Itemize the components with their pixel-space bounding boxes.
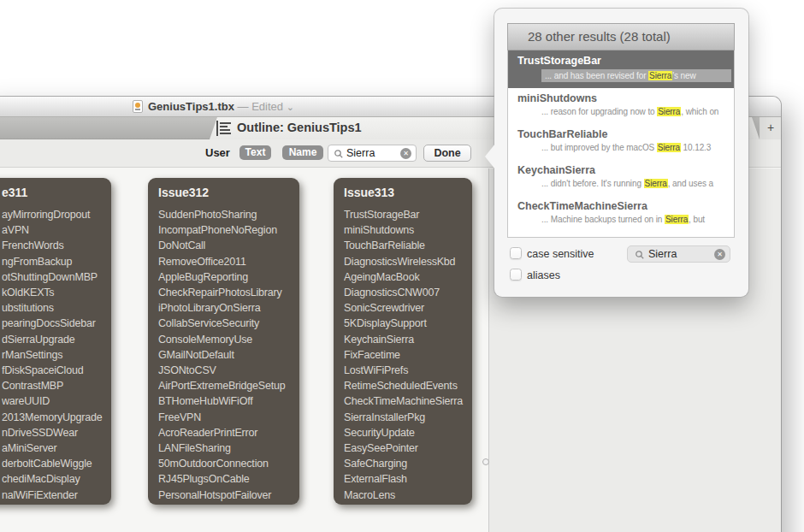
user-label[interactable]: User [205, 146, 230, 159]
outline-item[interactable]: JSONtoCSV [158, 363, 296, 378]
outline-item[interactable]: SafeCharging [344, 456, 469, 471]
outline-item[interactable]: SierraInstallerPkg [344, 410, 469, 425]
outline-item[interactable]: AgeingMacBook [344, 269, 469, 285]
outline-item[interactable]: nalWiFiExtender [2, 488, 108, 503]
results-summary-header: 28 other results (28 total) [507, 23, 735, 50]
outline-item[interactable]: AirPortExtremeBridgeSetup [158, 378, 296, 393]
result-title: CheckTimeMachineSierra [508, 200, 734, 212]
outline-item[interactable]: EasySeePointer [344, 440, 469, 456]
result-snippet: ... reason for upgrading now to Sierra, … [541, 107, 732, 116]
outline-item[interactable]: FixFacetime [344, 347, 469, 363]
aliases-checkbox[interactable] [510, 269, 522, 281]
result-title: TrustStorageBar [508, 55, 734, 67]
snippet-match: Sierra [657, 143, 681, 152]
window-title: GeniusTips1.tbx — Edited ⌄ [148, 100, 294, 113]
outline-column-issue312: Issue312 SuddenPhotoSharing IncompatPhon… [148, 178, 299, 505]
outline-item[interactable]: dSierraUpgrade [2, 332, 108, 347]
outline-column-header[interactable]: Issue312 [158, 186, 296, 199]
outline-item[interactable]: ngFromBackup [2, 254, 108, 269]
outline-item[interactable]: ubstitutions [2, 300, 108, 316]
outline-item[interactable]: pearingDocsSidebar [2, 316, 108, 331]
outline-item[interactable]: GMailNotDefault [158, 347, 296, 363]
outline-item[interactable]: fDiskSpaceiCloud [2, 363, 108, 378]
snippet-match: Sierra [665, 215, 689, 224]
outline-item[interactable]: 50mOutdoorConnection [158, 456, 296, 471]
outline-item[interactable]: iPhotoLibraryOnSierra [158, 300, 296, 316]
outline-item[interactable]: RJ45PlugsOnCable [158, 471, 296, 487]
outline-item[interactable]: FreeVPN [158, 410, 296, 425]
result-snippet: ... Machine backups turned on in Sierra,… [541, 215, 732, 224]
outline-item[interactable]: 5KDisplaySupport [344, 316, 469, 331]
outline-item[interactable]: LostWiFiPrefs [344, 363, 469, 378]
search-result-row[interactable]: TouchBarReliable ... but improved by the… [508, 124, 734, 160]
search-result-row[interactable]: CheckTimeMachineSierra ... Machine backu… [508, 196, 734, 232]
outline-item[interactable]: AppleBugReporting [158, 269, 296, 285]
outline-item[interactable]: CheckRepairPhotosLibrary [158, 285, 296, 300]
outline-item[interactable]: DoNotCall [158, 238, 296, 253]
search-result-row[interactable]: miniShutdowns ... reason for upgrading n… [508, 88, 734, 124]
outline-item[interactable]: kOldKEXTs [2, 285, 108, 300]
case-sensitive-checkbox[interactable] [510, 247, 522, 259]
name-scope-button[interactable]: Name [282, 145, 323, 160]
done-button[interactable]: Done [423, 145, 471, 162]
outline-item[interactable]: otShuttingDownMBP [2, 269, 108, 285]
outline-item[interactable]: DiagnosticsCNW007 [344, 285, 469, 300]
outline-item[interactable]: TouchBarReliable [344, 238, 469, 253]
outline-item[interactable]: AcroReaderPrintError [158, 425, 296, 440]
outline-item[interactable]: wareUUID [2, 393, 108, 409]
search-value: Sierra [648, 248, 677, 260]
snippet-text: , which on [681, 107, 718, 116]
outline-item[interactable]: ConsoleMemoryUse [158, 332, 296, 347]
outline-item[interactable]: chediMacDisplay [2, 471, 108, 487]
snippet-text: , but [689, 215, 705, 224]
outline-item[interactable]: CheckTimeMachineSierra [344, 393, 469, 409]
text-scope-button[interactable]: Text [239, 145, 271, 160]
outline-item[interactable]: RetimeScheduledEvents [344, 378, 469, 393]
snippet-text: ... but improved by the macOS [541, 143, 657, 152]
outline-item[interactable]: ContrastMBP [2, 378, 108, 393]
outline-item[interactable]: aMiniServer [2, 440, 108, 456]
toolbar-search-input[interactable]: Sierra ✕ [328, 145, 417, 162]
outline-column-header[interactable]: e311 [2, 186, 108, 199]
outline-item[interactable]: SecurityUpdate [344, 425, 469, 440]
outline-item[interactable]: CollabServiceSecurity [158, 316, 296, 331]
search-result-row-selected[interactable]: TrustStorageBar ... and has been revised… [508, 50, 734, 88]
outline-item[interactable]: MacroLens [344, 488, 469, 503]
window-title-text: GeniusTips1.tbx [148, 100, 234, 113]
result-snippet: ... didn't before. It's running Sierra, … [541, 179, 732, 188]
clear-search-icon[interactable]: ✕ [714, 249, 725, 260]
outline-item[interactable]: IncompatPhoneNoRegion [158, 222, 296, 238]
outline-item[interactable]: DiagnosticsWirelessKbd [344, 254, 469, 269]
outline-item[interactable]: FrenchWords [2, 238, 108, 253]
outline-column-header[interactable]: Issue313 [344, 186, 469, 199]
popover-search-input[interactable]: Sierra ✕ [627, 245, 730, 263]
search-icon [334, 149, 344, 159]
outline-item[interactable]: miniShutdowns [344, 222, 469, 238]
outline-item[interactable]: LANFileSharing [158, 440, 296, 456]
outline-item[interactable]: PersonalHotspotFailover [158, 488, 296, 503]
outline-item[interactable]: BTHomeHubWiFiOff [158, 393, 296, 409]
document-icon [133, 100, 143, 113]
outline-item[interactable]: 2013MemoryUpgrade [2, 410, 108, 425]
result-title: KeychainSierra [508, 164, 734, 176]
outline-item[interactable]: derboltCableWiggle [2, 456, 108, 471]
chevron-down-icon[interactable]: ⌄ [287, 102, 294, 112]
clear-search-icon[interactable]: ✕ [400, 148, 411, 159]
outline-item[interactable]: rManSettings [2, 347, 108, 363]
outline-view-icon [216, 121, 232, 136]
snippet-text: ... Machine backups turned on in [541, 215, 665, 224]
search-result-row[interactable]: KeychainSierra ... didn't before. It's r… [508, 160, 734, 196]
outline-item[interactable]: SonicScrewdriver [344, 300, 469, 316]
snippet-text: 's new [672, 71, 695, 80]
outline-item[interactable]: RemoveOffice2011 [158, 254, 296, 269]
outline-item[interactable]: KeychainSierra [344, 332, 469, 347]
outline-item[interactable]: aVPN [2, 222, 108, 238]
outline-item[interactable]: ayMirroringDropout [2, 207, 108, 222]
new-tab-button[interactable]: + [764, 121, 777, 134]
outline-item[interactable]: TrustStorageBar [344, 207, 469, 222]
outline-item[interactable]: SuddenPhotoSharing [158, 207, 296, 222]
outline-column-issue313: Issue313 TrustStorageBar miniShutdowns T… [334, 178, 472, 505]
outline-item[interactable]: ExternalFlash [344, 471, 469, 487]
splitter-handle[interactable] [482, 458, 489, 465]
outline-item[interactable]: nDriveSSDWear [2, 425, 108, 440]
